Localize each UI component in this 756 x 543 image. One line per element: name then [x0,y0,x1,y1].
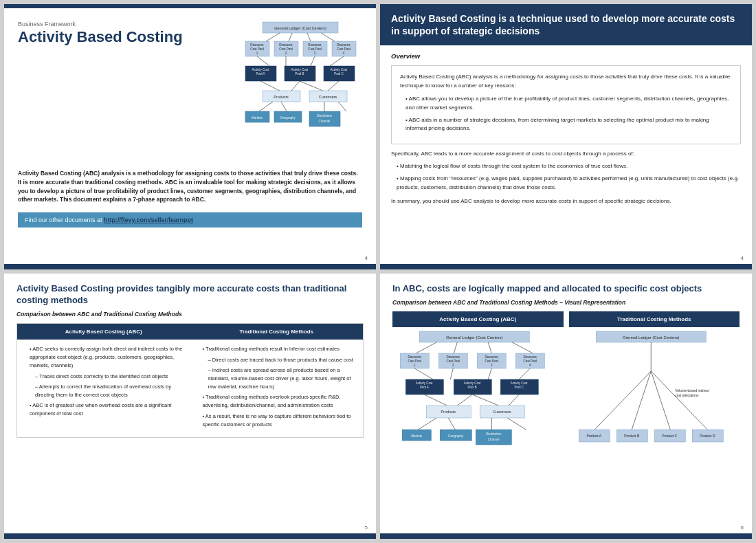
slide3-col1-sub-bullet-1: Traces direct costs correctly to the ide… [35,373,184,381]
svg-line-44 [281,102,287,111]
slide3-table: Activity Based Costing (ABC) Traditional… [16,323,364,438]
svg-text:General Ledger (Cost Centers): General Ledger (Cost Centers) [274,26,326,30]
slide2-intro-para: Activity Based Costing (ABC) analysis is… [400,73,732,91]
svg-line-77 [450,368,453,379]
svg-text:Cost Pool: Cost Pool [250,47,264,51]
svg-text:Pool C: Pool C [514,386,524,389]
svg-line-114 [651,371,707,430]
slide1-main-title: Activity Based Costing [18,29,242,45]
slide3-col2-bullet-3: As a result, there is no way to capture … [203,412,357,429]
svg-text:Resource: Resource [308,43,322,47]
svg-text:Resource: Resource [485,355,499,359]
svg-line-78 [488,368,491,379]
slide1-header: Business Framework Activity Based Costin… [18,21,362,161]
svg-text:Resource: Resource [337,43,351,47]
svg-text:Pool A: Pool A [420,386,429,389]
slide4-col2-header: Traditional Costing Methods [569,311,740,327]
slide3-col2-header: Traditional Costing Methods [190,324,364,340]
slide3-col2-sub-bullet-1: Direct costs are traced back to those pr… [208,356,357,364]
slide4-col1-header: Activity Based Costing (ABC) [392,311,564,327]
page-number-1: 4 [365,255,368,261]
svg-line-79 [519,368,530,379]
svg-text:Activity Cost: Activity Cost [464,381,482,385]
svg-text:Resource: Resource [279,43,293,47]
slide4-trad-col: Traditional Costing Methods General Ledg… [569,311,740,484]
footer-link[interactable]: http://flevy.com/seller/learnppt [104,217,193,223]
svg-text:General Ledger (Cost Centers): General Ledger (Cost Centers) [623,335,679,340]
svg-line-36 [291,81,300,91]
slide3-col1-header: Activity Based Costing (ABC) [17,324,190,340]
svg-text:Activity Cost: Activity Cost [291,68,309,71]
slide1-content: Business Framework Activity Based Costin… [4,8,376,264]
svg-line-89 [424,395,447,406]
svg-line-38 [328,81,339,91]
svg-line-111 [594,371,651,430]
svg-text:Activity Cost: Activity Cost [331,68,348,71]
slide4-bottom-bar [380,533,752,539]
svg-text:Activity Cost: Activity Cost [252,68,270,71]
slide3-col2-bullet-2: Traditional costing methods overlook pro… [203,393,357,410]
slide4-trad-diagram: General Ledger (Cost Centers) Volume-bas… [569,330,740,481]
slide-2: Activity Based Costing is a technique us… [380,4,752,269]
svg-text:Cost Pool: Cost Pool [279,47,293,51]
slide3-title: Activity Based Costing provides tangibly… [16,283,364,307]
slide3-col1-body: ABC seeks to correctly assign both direc… [17,340,190,437]
svg-text:Geography: Geography [280,116,296,120]
slide3-col1-bullet-1: ABC seeks to correctly assign both direc… [30,345,184,370]
svg-line-3 [289,33,292,41]
svg-line-24 [311,56,315,66]
svg-text:Resource: Resource [250,43,264,47]
svg-text:cost allocations: cost allocations [675,393,699,397]
svg-text:Resource: Resource [447,355,460,359]
svg-text:Markets: Markets [411,434,423,438]
svg-line-90 [457,395,472,406]
svg-line-58 [488,342,491,353]
svg-text:General Ledger (Cost Centers): General Ledger (Cost Centers) [446,335,502,340]
slide3-subtitle: Comparison between ABC and Traditional C… [16,311,364,318]
slide4-abc-diagram: General Ledger (Cost Centers) Resource C… [392,330,564,481]
slide2-bottom-bar [380,264,752,269]
svg-text:Pool B: Pool B [468,386,477,389]
page-number-4: 6 [741,524,744,531]
svg-text:Cost Pool: Cost Pool [446,359,460,363]
svg-text:Volume-based indirect: Volume-based indirect [675,388,709,392]
svg-line-2 [266,33,280,41]
slide2-overview-label: Overview [391,52,741,60]
slide3-col2-bullet-1: Traditional costing methods result in in… [203,345,357,353]
svg-line-113 [651,371,670,430]
svg-line-25 [330,56,344,66]
svg-text:Customers: Customers [319,95,337,99]
svg-text:Pool B: Pool B [295,72,304,76]
slide1-body-text: Activity Based Costing (ABC) analysis is… [18,169,362,204]
svg-text:Geography: Geography [448,434,464,438]
slide3-content: Activity Based Costing provides tangibly… [4,274,376,533]
slide2-header-title: Activity Based Costing is a technique us… [391,12,741,37]
business-framework-label: Business Framework [18,21,242,27]
svg-text:Channel: Channel [488,438,500,441]
slide4-abc-col: Activity Based Costing (ABC) General Led… [392,311,564,484]
slide2-summary: In summary, you should use ABC analysis … [391,197,741,206]
slide3-col2-sub-bullet-2: Indirect costs are spread across all pro… [208,366,357,391]
svg-text:Distribution: Distribution [317,114,333,118]
slide3-col2-body: Traditional costing methods result in in… [190,340,364,437]
slide2-bullet-2: ABC aids in a number of strategic decisi… [405,116,732,134]
svg-text:Channel: Channel [319,120,331,123]
svg-text:Product B: Product B [624,434,640,438]
slide-1: Business Framework Activity Based Costin… [4,4,376,269]
svg-line-46 [338,102,346,111]
svg-line-22 [257,56,269,66]
svg-text:Products: Products [274,95,289,99]
svg-line-112 [632,371,651,430]
svg-text:Pool A: Pool A [256,72,265,76]
svg-line-37 [300,81,323,91]
slide1-footer-link: Find our other documents at http://flevy… [18,212,362,228]
slide1-diagram: General Ledger (Cost Centers) Resource C… [242,21,362,161]
svg-line-35 [260,81,280,91]
svg-text:Activity Cost: Activity Cost [511,381,529,385]
svg-line-100 [507,418,526,430]
svg-text:Product A: Product A [586,434,601,438]
svg-text:Distribution: Distribution [486,432,502,436]
slide-3: Activity Based Costing provides tangibly… [4,274,376,539]
svg-line-76 [414,368,433,379]
svg-line-98 [448,418,455,430]
